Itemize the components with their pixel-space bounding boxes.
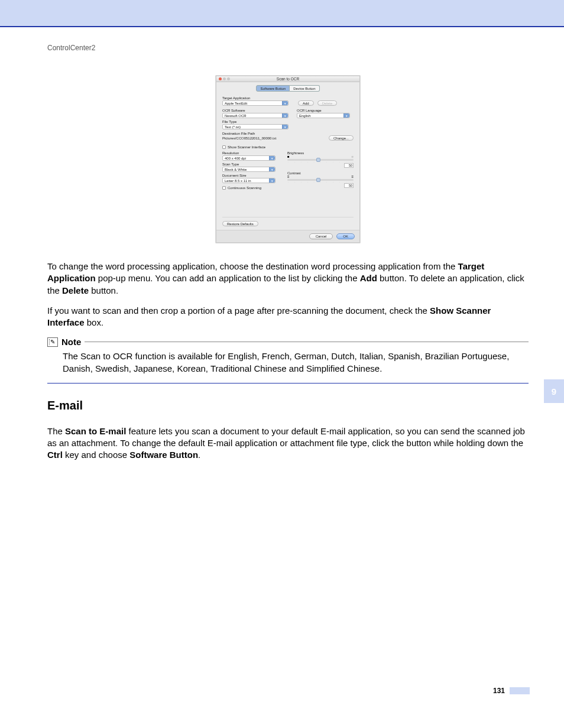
checkbox-icon <box>222 186 226 190</box>
ocr-language-label: OCR Language <box>297 109 354 112</box>
scan-to-ocr-window: Scan to OCR Software Button Device Butto… <box>216 76 360 243</box>
file-type-value: Text (*.txt) <box>225 125 241 129</box>
note-block: ✎ Note The Scan to OCR function is avail… <box>47 337 529 384</box>
resolution-value: 400 x 400 dpi <box>225 157 246 160</box>
ocr-language-value: English <box>299 114 311 118</box>
note-label: Note <box>61 337 81 347</box>
document-size-value: Letter 8.5 x 11 in <box>225 179 251 183</box>
scan-type-label: Scan Type <box>222 162 279 166</box>
brightness-low-icon: ■ <box>287 155 290 158</box>
dialog-screenshot: Scan to OCR Software Button Device Butto… <box>47 76 529 243</box>
checkbox-icon <box>222 145 226 149</box>
document-size-select[interactable]: Letter 8.5 x 11 in ▾ <box>222 178 275 183</box>
window-traffic-lights[interactable] <box>219 77 230 80</box>
change-button[interactable]: Change... <box>329 135 354 141</box>
target-application-value: Apple TextEdit <box>225 102 247 105</box>
body-text: To change the word processing applicatio… <box>47 261 529 329</box>
destination-path-value: Pictures/CCO05122011_00000.txt <box>222 136 276 140</box>
window-titlebar: Scan to OCR <box>216 76 359 82</box>
chevron-updown-icon: ▾ <box>269 156 275 160</box>
page-header-label: ControlCenter2 <box>47 44 529 52</box>
chevron-updown-icon: ▾ <box>282 113 288 118</box>
page-number: 131 <box>493 687 505 695</box>
chevron-updown-icon: ▾ <box>343 113 349 118</box>
contrast-value[interactable]: 50 <box>344 183 354 188</box>
page-number-area: 131 <box>493 687 530 695</box>
tab-bar: Software Button Device Button <box>216 82 359 95</box>
resolution-select[interactable]: 400 x 400 dpi ▾ <box>222 155 275 161</box>
brightness-slider[interactable] <box>287 159 354 161</box>
body-text-2: The Scan to E-mail feature lets you scan… <box>47 425 529 462</box>
contrast-high-icon: ≡ <box>351 175 354 178</box>
note-icon: ✎ <box>47 337 58 347</box>
paragraph-3: The Scan to E-mail feature lets you scan… <box>47 425 529 462</box>
section-heading-email: E-mail <box>47 399 529 412</box>
slider-thumb-icon[interactable] <box>316 158 320 162</box>
scan-type-select[interactable]: Black & White ▾ <box>222 167 275 172</box>
minimize-icon[interactable] <box>223 77 226 80</box>
slider-thumb-icon[interactable] <box>316 178 320 182</box>
add-button[interactable]: Add <box>298 100 314 106</box>
restore-defaults-button[interactable]: Restore Defaults <box>222 221 258 226</box>
file-type-select[interactable]: Text (*.txt) ▾ <box>222 124 289 129</box>
ocr-software-value: Newsoft OCR <box>225 114 247 118</box>
chevron-updown-icon: ▾ <box>282 125 288 129</box>
zoom-icon[interactable] <box>227 77 230 80</box>
note-body: The Scan to OCR function is available fo… <box>47 347 529 384</box>
show-scanner-interface-label: Show Scanner Interface <box>228 145 265 149</box>
paragraph-1: To change the word processing applicatio… <box>47 261 529 297</box>
brightness-value[interactable]: 50 <box>344 163 354 168</box>
continuous-scanning-checkbox[interactable]: Continuous Scanning <box>222 186 279 190</box>
note-rule <box>85 342 529 342</box>
ocr-language-select[interactable]: English ▾ <box>297 113 350 118</box>
window-title: Scan to OCR <box>277 77 299 81</box>
document-size-label: Document Size <box>222 174 279 177</box>
close-icon[interactable] <box>219 77 222 80</box>
page-top-bar <box>0 0 564 27</box>
contrast-low-icon: ≡ <box>287 175 290 178</box>
scan-type-value: Black & White <box>225 168 247 171</box>
contrast-slider[interactable] <box>287 179 354 181</box>
ocr-software-select[interactable]: Newsoft OCR ▾ <box>222 113 289 118</box>
ocr-software-label: OCR Software <box>222 109 289 112</box>
chevron-updown-icon: ▾ <box>282 101 288 105</box>
brightness-high-icon: ■ <box>351 155 354 158</box>
tab-device-button[interactable]: Device Button <box>290 85 319 92</box>
dialog-footer: Cancel OK <box>216 230 359 242</box>
tab-software-button[interactable]: Software Button <box>256 85 290 92</box>
chevron-updown-icon: ▾ <box>269 178 275 183</box>
ok-button[interactable]: OK <box>336 233 355 239</box>
continuous-scanning-label: Continuous Scanning <box>228 186 261 190</box>
file-type-label: File Type <box>222 120 354 124</box>
page-number-bar <box>510 687 530 694</box>
show-scanner-interface-checkbox[interactable]: Show Scanner Interface <box>222 145 354 149</box>
target-application-select[interactable]: Apple TextEdit ▾ <box>222 100 289 106</box>
resolution-label: Resolution <box>222 151 279 155</box>
chevron-updown-icon: ▾ <box>269 167 275 171</box>
delete-button: Delete <box>317 100 337 106</box>
cancel-button[interactable]: Cancel <box>309 233 333 239</box>
chapter-side-tab: 9 <box>544 379 564 403</box>
paragraph-2: If you want to scan and then crop a port… <box>47 305 529 329</box>
